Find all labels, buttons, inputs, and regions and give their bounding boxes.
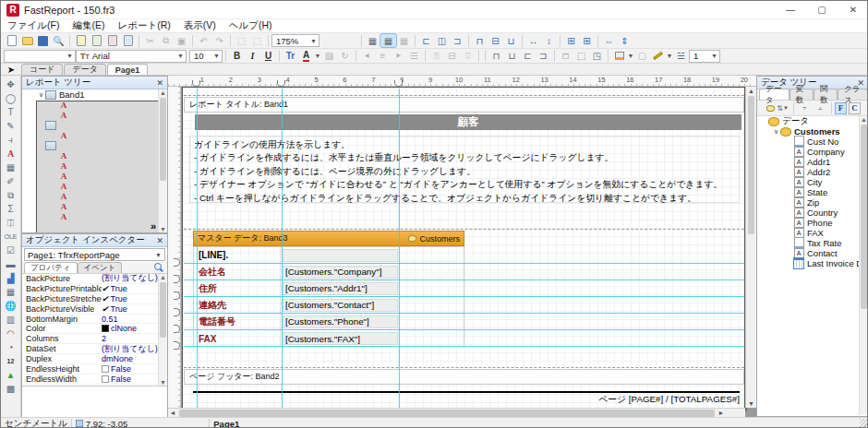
page-settings-icon[interactable] xyxy=(120,34,136,47)
frame-all-icon[interactable]: □ xyxy=(558,50,573,63)
style-select[interactable]: ▼ xyxy=(4,50,76,63)
horizontal-guideline-5[interactable] xyxy=(184,329,744,330)
pyramid-object-icon[interactable]: ▲ xyxy=(3,368,19,382)
add-page-icon[interactable] xyxy=(89,34,104,47)
valign-bottom-icon[interactable]: ⍗ xyxy=(460,50,476,63)
field-row[interactable]: 会社名 [Customers."Company"] xyxy=(194,264,464,280)
view-tab[interactable]: Page1 xyxy=(107,64,149,75)
picture-object-icon[interactable]: ▦ xyxy=(3,160,19,174)
current-page-label[interactable]: Page1 xyxy=(213,419,239,428)
font-size-select[interactable]: 10▼ xyxy=(189,50,223,63)
resize-grip[interactable] xyxy=(860,419,868,428)
data-tree-node[interactable]: データ xyxy=(757,116,868,126)
matrix-object-icon[interactable]: ▩ xyxy=(3,382,19,396)
align-middles-icon[interactable]: ⊟ xyxy=(488,34,503,47)
data-tree-node[interactable]: Addr2 xyxy=(757,167,868,177)
italic-button[interactable]: I xyxy=(245,50,260,63)
text-align-right-icon[interactable]: ⯈ xyxy=(391,50,406,63)
property-value[interactable]: (割り当てなし) xyxy=(102,274,158,284)
view-tab[interactable]: コード xyxy=(21,64,63,75)
gauge-object-icon[interactable]: ◠ xyxy=(3,327,19,340)
center-vertically-icon[interactable]: ⊞ xyxy=(579,34,595,47)
same-height-icon[interactable]: ⇕ xyxy=(617,34,633,47)
line-value-cell[interactable] xyxy=(283,249,398,262)
table-object-icon[interactable]: ▦ xyxy=(3,285,19,299)
field-expression[interactable]: [Customers."Company"] xyxy=(283,266,398,279)
data-tree-tab[interactable]: データ xyxy=(759,89,790,100)
valign-middle-icon[interactable]: ⊟ xyxy=(444,50,460,63)
minimize-button[interactable]: — xyxy=(775,1,806,18)
align-to-grid-icon[interactable]: ▦ xyxy=(396,34,412,47)
barcode-object-icon[interactable]: ▥ xyxy=(3,313,19,327)
master-data-band-label[interactable]: マスター データ: Band3 Customers xyxy=(193,231,464,246)
horizontal-guideline-4[interactable] xyxy=(184,313,744,314)
property-value[interactable]: dmNone xyxy=(102,354,133,363)
inspector-scrollbar[interactable]: ▲▼ xyxy=(158,274,167,386)
sort-az-icon[interactable]: ⇅▼ xyxy=(775,101,790,114)
property-value[interactable]: clNone xyxy=(111,324,137,333)
data-tree-node[interactable]: City xyxy=(757,177,868,187)
frame-bottom-icon[interactable]: ⊔ xyxy=(504,50,520,63)
rotation-icon[interactable]: ↻ xyxy=(337,50,353,63)
frame-top-icon[interactable]: ⊓ xyxy=(488,50,504,63)
fill-style-icon[interactable]: ▢ xyxy=(634,50,650,63)
menu-item[interactable]: 編集(E) xyxy=(66,19,111,32)
property-row[interactable]: BackPicture (割り当てなし) xyxy=(22,274,158,284)
property-row[interactable]: Color clNone xyxy=(22,324,158,334)
space-horizontally-icon[interactable]: ↔ xyxy=(525,34,541,47)
data-tree-node[interactable]: Country xyxy=(757,208,868,218)
data-tree-node[interactable]: Contact xyxy=(757,248,868,258)
chart-object-icon[interactable]: ▟ xyxy=(3,271,19,285)
property-check-icon[interactable] xyxy=(102,325,109,332)
preview-icon[interactable]: 🔍 xyxy=(51,34,66,47)
delete-page-icon[interactable] xyxy=(104,34,120,47)
line-color-icon[interactable] xyxy=(650,50,666,63)
selected-object-select[interactable]: Page1: TfrxReportPage ▼ xyxy=(24,248,165,261)
text-align-justify-icon[interactable]: ☰ xyxy=(406,50,422,63)
vertical-ruler[interactable] xyxy=(168,87,181,408)
font-color-caret[interactable]: ▼ xyxy=(314,50,321,63)
field-label[interactable]: 住所 xyxy=(194,280,281,296)
property-row[interactable]: DataSet (割り当てなし) xyxy=(22,344,158,354)
bold-button[interactable]: B xyxy=(229,50,245,63)
horizontal-guideline-3[interactable] xyxy=(184,296,744,297)
align-tops-icon[interactable]: ⊓ xyxy=(472,34,488,47)
font-settings-button[interactable]: Tr xyxy=(283,50,298,63)
property-value[interactable]: True xyxy=(111,294,127,303)
align-lefts-icon[interactable]: ⊏ xyxy=(418,34,434,47)
data-tree-node[interactable]: Zip xyxy=(757,197,868,208)
open-report-icon[interactable] xyxy=(19,34,35,47)
text-align-center-icon[interactable]: ≡ xyxy=(375,50,391,63)
fill-color-icon[interactable] xyxy=(611,50,627,63)
field-row[interactable]: 連絡先 [Customers."Contact"] xyxy=(194,297,464,314)
data-tree-tab[interactable]: 変数 xyxy=(790,89,814,100)
menu-item[interactable]: 表示(V) xyxy=(177,19,223,32)
insert-caption-icon[interactable]: ⫠ xyxy=(813,101,828,114)
draw-object-icon[interactable]: ✐ xyxy=(3,174,19,188)
field-label[interactable]: 連絡先 xyxy=(194,297,281,313)
data-tree-node[interactable]: Tax Rate xyxy=(757,238,868,248)
property-row[interactable]: BackPictureStretched True xyxy=(22,294,158,304)
property-check-icon[interactable] xyxy=(102,294,109,303)
data-tree-node[interactable]: Addr1 xyxy=(757,157,868,167)
close-button[interactable]: ✕ xyxy=(838,1,868,18)
report-title-band-label[interactable]: レポート タイトル: Band1 xyxy=(184,97,744,113)
text-align-left-icon[interactable]: ⯇ xyxy=(359,50,375,63)
systext-object-icon[interactable]: ⎅ xyxy=(3,216,19,230)
property-value[interactable]: False xyxy=(111,364,131,374)
format-brush-icon[interactable]: ✎ xyxy=(3,119,19,133)
underline-button[interactable]: U xyxy=(260,50,276,63)
new-page-icon[interactable] xyxy=(73,34,89,47)
data-tree-node[interactable]: Cust No xyxy=(757,137,868,147)
view-tab[interactable]: データ xyxy=(64,64,105,75)
tree-more-indicator[interactable]: » xyxy=(151,220,156,232)
property-check-icon[interactable] xyxy=(102,284,109,293)
select-cursor-icon[interactable]: ➤ xyxy=(1,64,21,75)
property-check-icon[interactable] xyxy=(102,304,109,314)
vertical-guideline-3[interactable] xyxy=(399,89,400,409)
property-value[interactable]: 0.51 xyxy=(102,315,118,324)
vertical-guideline-2[interactable] xyxy=(282,89,283,409)
data-tree-node[interactable]: Last Invoice Date xyxy=(757,258,868,268)
vertical-guideline-1[interactable] xyxy=(197,89,198,409)
insert-field-icon[interactable]: ⫟ xyxy=(797,101,813,114)
